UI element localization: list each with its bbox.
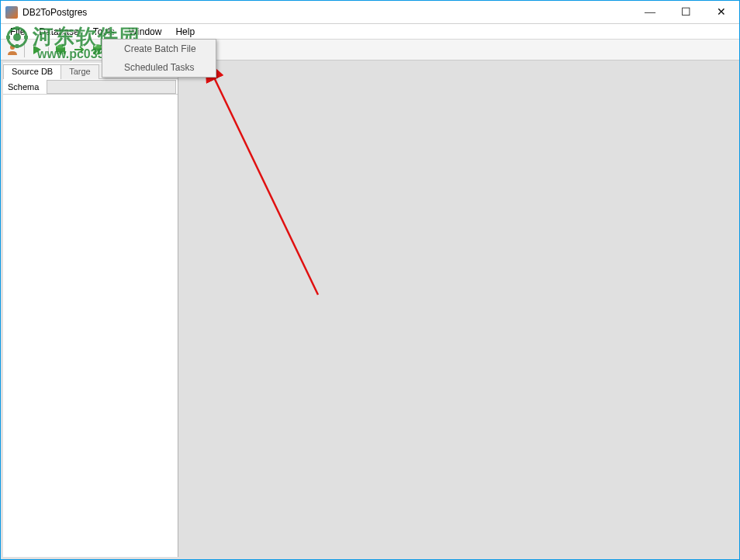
app-icon	[5, 6, 18, 19]
menubar: File Database Tools Window Help	[1, 24, 739, 40]
toolbar-play-icon[interactable]	[28, 41, 45, 58]
maximize-button[interactable]: ☐	[668, 1, 704, 24]
minimize-button[interactable]: —	[632, 1, 668, 24]
menu-help[interactable]: Help	[169, 25, 201, 39]
toolbar-database-icon[interactable]	[52, 41, 69, 58]
tools-dropdown: Create Batch File Scheduled Tasks	[102, 39, 216, 78]
menu-database[interactable]: Database	[33, 25, 85, 39]
tab-target[interactable]: Targe	[61, 64, 99, 79]
menu-file[interactable]: File	[4, 25, 31, 39]
main-area	[178, 60, 739, 559]
schema-row: Schema	[3, 79, 178, 95]
content-area: Source DB Targe Schema	[1, 60, 739, 559]
svg-point-3	[56, 45, 65, 49]
menu-tools[interactable]: Tools	[87, 25, 121, 39]
toolbar-separator	[48, 42, 49, 57]
schema-tree[interactable]	[3, 95, 178, 557]
svg-point-0	[10, 45, 15, 50]
schema-combo[interactable]	[47, 80, 176, 94]
window-title: DB2ToPostgres	[22, 7, 87, 18]
svg-marker-1	[33, 45, 41, 54]
menu-create-batch-file[interactable]: Create Batch File	[102, 40, 216, 58]
menu-scheduled-tasks[interactable]: Scheduled Tasks	[102, 58, 216, 77]
toolbar-user-icon[interactable]	[4, 41, 21, 58]
left-panel: Source DB Targe Schema	[3, 63, 178, 557]
tab-source-db[interactable]: Source DB	[3, 64, 61, 79]
app-window: DB2ToPostgres — ☐ ✕ File Database Tools …	[0, 0, 740, 560]
toolbar-arrow-icon[interactable]	[71, 41, 88, 58]
toolbar-separator	[24, 42, 25, 57]
titlebar: DB2ToPostgres — ☐ ✕	[1, 1, 739, 24]
menu-window[interactable]: Window	[123, 25, 168, 39]
close-button[interactable]: ✕	[704, 1, 739, 24]
schema-label: Schema	[3, 82, 47, 92]
